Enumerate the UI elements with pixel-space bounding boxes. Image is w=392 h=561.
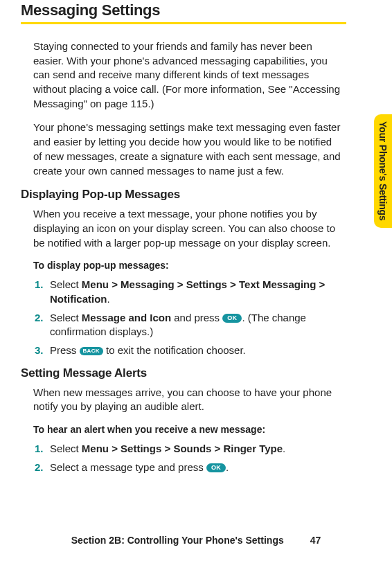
- section-intro-popups: When you receive a text message, your ph…: [21, 207, 371, 250]
- page-title: Messaging Settings: [21, 0, 371, 22]
- side-tab-label: Your Phone's Settings: [377, 121, 389, 221]
- step-number: 2.: [35, 311, 44, 326]
- step-number: 1.: [35, 278, 44, 292]
- step-item: 1. Select Menu > Settings > Sounds > Rin…: [50, 442, 342, 456]
- step-text: Select: [50, 312, 82, 323]
- section-heading-alerts: Setting Message Alerts: [21, 366, 371, 380]
- howto-popups: To display pop-up messages:: [21, 260, 371, 271]
- step-post: .: [107, 293, 110, 305]
- section-intro-alerts: When new messages arrive, you can choose…: [21, 386, 371, 414]
- step-item: 2. Select a message type and press OK.: [50, 461, 342, 475]
- page-number: 47: [310, 535, 321, 546]
- section-heading-popups: Displaying Pop-up Messages: [21, 188, 371, 202]
- page-footer: Section 2B: Controlling Your Phone's Set…: [0, 535, 392, 546]
- back-button-icon: BACK: [80, 347, 103, 355]
- title-underline: [21, 22, 346, 24]
- step-post: .: [226, 461, 229, 473]
- ok-button-icon: OK: [206, 463, 226, 472]
- intro-paragraph-2: Your phone's messaging settings make tex…: [21, 121, 371, 178]
- footer-text: Section 2B: Controlling Your Phone's Set…: [71, 535, 284, 546]
- step-item: 1. Select Menu > Messaging > Settings > …: [50, 278, 342, 306]
- steps-alerts: 1. Select Menu > Settings > Sounds > Rin…: [21, 442, 371, 474]
- step-bold: Menu > Settings > Sounds > Ringer Type: [82, 443, 283, 454]
- step-bold: Message and Icon: [82, 312, 171, 323]
- step-item: 2. Select Message and Icon and press OK.…: [50, 311, 342, 339]
- step-number: 3.: [35, 344, 44, 358]
- step-text: Select: [50, 278, 82, 290]
- side-tab: Your Phone's Settings: [374, 114, 392, 228]
- step-text: Select: [50, 443, 82, 454]
- steps-popups: 1. Select Menu > Messaging > Settings > …: [21, 278, 371, 357]
- step-bold: Menu > Messaging > Settings > Text Messa…: [50, 278, 325, 305]
- step-text: Select a message type and press: [50, 461, 206, 473]
- step-number: 1.: [35, 442, 44, 456]
- ok-button-icon: OK: [222, 314, 242, 323]
- step-number: 2.: [35, 461, 44, 475]
- howto-alerts: To hear an alert when you receive a new …: [21, 424, 371, 435]
- step-item: 3. Press BACK to exit the notification c…: [50, 344, 342, 358]
- step-text: Press: [50, 344, 80, 356]
- step-post: .: [283, 443, 285, 454]
- intro-paragraph-1: Staying connected to your friends and fa…: [21, 39, 371, 111]
- step-post: to exit the notification chooser.: [103, 344, 246, 356]
- step-mid: and press: [171, 312, 222, 323]
